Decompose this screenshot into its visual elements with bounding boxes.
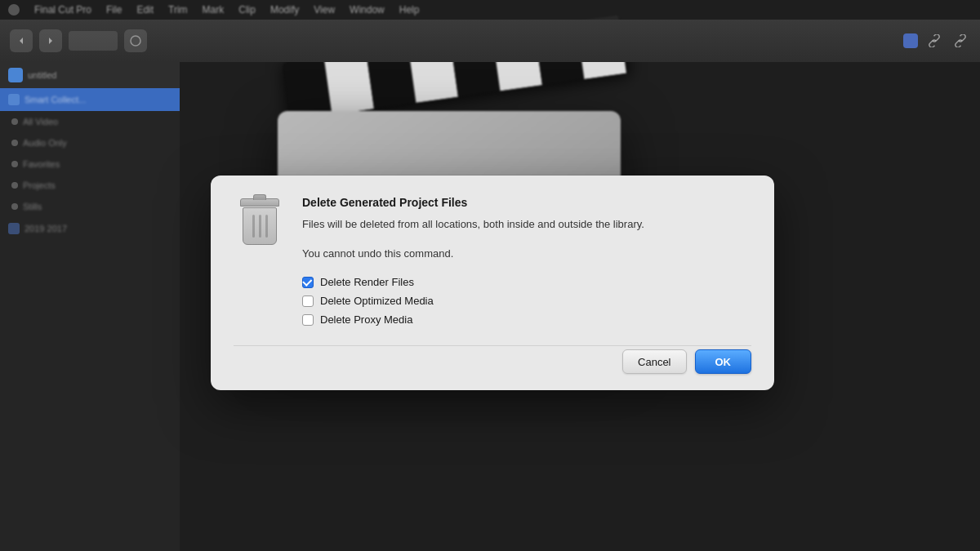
menubar-mark: Mark: [203, 4, 225, 16]
sidebar-label-stills: Stills: [23, 202, 42, 211]
dialog-content-area: Delete Generated Project Files Files wil…: [234, 195, 751, 342]
checkbox-group: Delete Render Files Delete Optimized Med…: [302, 276, 751, 326]
menubar-file: File: [106, 4, 122, 16]
sidebar-label-projects: Projects: [23, 180, 56, 190]
sidebar-item-audio-only[interactable]: Audio Only: [0, 132, 180, 153]
sidebar-item-2019[interactable]: 2019 2017: [0, 217, 180, 240]
menubar-window: Window: [350, 4, 385, 16]
toolbar-link2-icon: [951, 31, 970, 51]
trash-body: [243, 207, 277, 245]
sidebar-dot-2: [11, 140, 18, 146]
sidebar-active-icon: [8, 94, 20, 105]
ok-button[interactable]: OK: [695, 349, 752, 374]
trash-line-2: [259, 215, 261, 238]
sidebar-label-favorites: Favorites: [23, 159, 60, 169]
toolbar-link-icon: [924, 31, 944, 51]
checkbox-proxy-label: Delete Proxy Media: [320, 313, 412, 326]
checkbox-render-label: Delete Render Files: [320, 276, 414, 288]
dialog-buttons: Cancel OK: [234, 345, 751, 374]
menubar-trim: Trim: [168, 4, 188, 16]
trash-lid-handle: [253, 194, 266, 200]
sidebar-label-audio-only: Audio Only: [23, 138, 67, 148]
toolbar-share-button[interactable]: [124, 29, 147, 52]
menubar-view: View: [314, 4, 335, 16]
dialog-warning: You cannot undo this command.: [302, 246, 751, 262]
cancel-button[interactable]: Cancel: [622, 349, 686, 374]
trash-line-3: [265, 215, 268, 238]
svg-point-2: [131, 36, 140, 46]
dialog-title: Delete Generated Project Files: [302, 195, 751, 210]
menubar-help: Help: [399, 4, 420, 16]
toolbar: [0, 20, 980, 62]
trash-lines: [243, 208, 276, 238]
sidebar-item-projects[interactable]: Projects: [0, 175, 180, 196]
sidebar-item-smart-collect[interactable]: Smart Collect...: [0, 88, 180, 111]
svg-marker-0: [20, 38, 23, 44]
trash-icon-container: [234, 195, 286, 252]
checkbox-optimized-item[interactable]: Delete Optimized Media: [302, 295, 751, 307]
dialog: Delete Generated Project Files Files wil…: [211, 176, 774, 390]
sidebar-header-label: untitled: [28, 70, 56, 80]
sidebar-header: untitled: [0, 62, 180, 88]
dialog-description: Files will be deleted from all locations…: [302, 216, 751, 233]
sidebar-library-icon: [8, 68, 23, 82]
menubar-fcp: Final Cut Pro: [34, 4, 91, 16]
toolbar-back-button[interactable]: [10, 29, 33, 52]
sidebar-dot-3: [11, 161, 18, 167]
trash-icon: [238, 198, 281, 247]
sidebar-label-all-video: All Video: [23, 117, 58, 127]
sidebar-dot-1: [11, 118, 18, 125]
sidebar-icon-2019: [8, 223, 20, 234]
trash-lid: [240, 198, 279, 207]
apple-menu-icon: [8, 4, 20, 16]
menubar-clip: Clip: [238, 4, 256, 16]
checkbox-proxy[interactable]: [302, 314, 314, 326]
toolbar-label: [69, 31, 118, 51]
toolbar-icon-1: [903, 33, 918, 48]
dialog-text-area: Delete Generated Project Files Files wil…: [302, 195, 751, 342]
menubar-modify: Modify: [270, 4, 299, 16]
sidebar-active-label: Smart Collect...: [24, 95, 86, 104]
checkbox-optimized[interactable]: [302, 295, 314, 307]
menubar: Final Cut Pro File Edit Trim Mark Clip M…: [0, 0, 980, 20]
checkbox-optimized-label: Delete Optimized Media: [320, 295, 434, 307]
checkbox-render[interactable]: [302, 277, 314, 288]
trash-line-1: [252, 215, 255, 238]
svg-marker-1: [49, 38, 52, 44]
checkbox-render-item[interactable]: Delete Render Files: [302, 276, 751, 288]
sidebar-item-stills[interactable]: Stills: [0, 196, 180, 217]
toolbar-forward-button[interactable]: [39, 29, 62, 52]
sidebar-item-favorites[interactable]: Favorites: [0, 153, 180, 175]
sidebar-dot-4: [11, 182, 18, 189]
sidebar: untitled Smart Collect... All Video Audi…: [0, 62, 180, 551]
sidebar-item-all-video[interactable]: All Video: [0, 111, 180, 132]
checkbox-proxy-item[interactable]: Delete Proxy Media: [302, 313, 751, 326]
sidebar-dot-5: [11, 203, 18, 210]
menubar-edit: Edit: [136, 4, 154, 16]
sidebar-label-2019: 2019 2017: [24, 224, 67, 233]
